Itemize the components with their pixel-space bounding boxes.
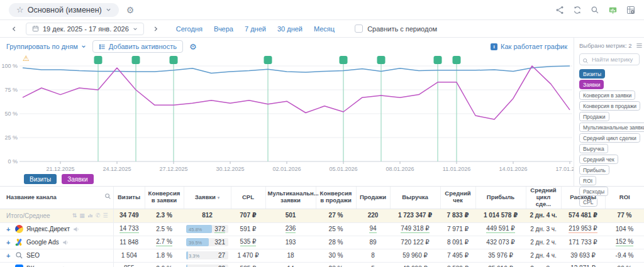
metric-chip[interactable]: Конверсия в заявки [579,90,635,100]
channels-table: Название каналаВизитыКонверсия в заявкиЗ… [0,186,644,267]
metric-chip[interactable]: Продажи [579,112,609,121]
column-header[interactable]: Продажи [356,187,390,209]
share-icon[interactable] [555,6,564,14]
metric-chip[interactable]: Выручка [579,144,608,153]
column-header[interactable]: Мультиканальн... заявки [265,187,316,209]
refresh-icon[interactable] [573,6,582,14]
total-value: 574 481 ₽ [569,212,597,219]
column-header[interactable]: CPL [231,187,265,209]
chart-bars-icon[interactable] [87,212,93,219]
group-by-dropdown[interactable]: Группировать по дням [6,43,86,50]
metrics-list-icon[interactable] [636,42,643,49]
cell-value[interactable]: 219 953 ₽ [569,225,597,233]
table-row: +Google Ads11 8482.7 %39.5%321535 ₽19328… [0,236,644,249]
report-settings-gear-icon[interactable]: ⚙ [126,6,135,14]
next-period-button[interactable] [150,25,161,33]
cell-value[interactable]: 12 871 ₽ [570,264,596,267]
add-activity-button[interactable]: Добавить активность [92,40,183,53]
cell-value[interactable]: 749 318 ₽ [401,225,429,233]
search-icon[interactable] [104,193,111,202]
metric-chip[interactable]: ROI [579,176,596,185]
compare-period-checkbox[interactable] [355,25,363,33]
x-axis-tick: 05.01.2026 [329,166,357,172]
cell-value: 432 073 ₽ [486,239,514,246]
column-header[interactable]: Средний чек [440,187,475,209]
range-today-link[interactable]: Сегодня [176,25,203,33]
chart-legend: ВизитыЗаявки [0,172,574,186]
group-by-label: Группировать по дням [6,43,78,50]
warning-icon[interactable]: ⚠ [23,54,30,63]
metric-chip-selected[interactable]: Визиты [579,69,605,79]
report-selector[interactable]: ☆ Основной (изменен) [9,3,119,17]
activity-marker[interactable] [453,56,461,64]
date-range-label: 19 дек. 2025 - 17 янв. 2026 [43,25,129,33]
expand-row-button[interactable]: + [6,239,12,246]
range-yesterday-link[interactable]: Вчера [214,25,233,33]
metric-chip[interactable]: Средний чек [579,155,618,164]
activity-marker[interactable] [132,56,140,64]
metric-chip[interactable]: Конверсия в продажи [579,101,640,111]
cell-value[interactable]: 152 % [616,238,633,246]
how-it-works-label: Как работает график [501,43,567,50]
metric-chip[interactable]: Мультиканальные заявки [579,123,644,132]
cell-value[interactable]: 2.7 % [156,238,172,246]
channel-name[interactable]: Яндекс.Директ [26,226,70,232]
channel-name[interactable]: Google Ads [26,239,59,246]
legend-button-vizity[interactable]: Визиты [24,174,57,184]
seo-icon [15,251,23,259]
how-it-works-link[interactable]: i Как работает график [491,43,567,50]
range-7days-link[interactable]: 7 дней [245,25,266,33]
column-header[interactable]: Прибыль [475,187,526,209]
favorite-star-icon[interactable]: ☆ [16,6,24,14]
cell-value[interactable]: 449 591 ₽ [486,225,514,233]
cell-value: 2.5 % [156,226,172,233]
column-header[interactable]: Заявки▾ [184,187,231,209]
column-header[interactable]: Визиты [113,187,145,209]
range-30days-link[interactable]: 30 дней [277,25,303,33]
search-icon[interactable] [591,6,599,14]
phone-icon[interactable]: ✆ [96,212,101,219]
report-chart-icon[interactable] [608,6,618,14]
sort-icon[interactable]: ⇅ [72,212,77,219]
cell-value: 2 дн. 3 ч. [530,226,557,233]
range-month-link[interactable]: Месяц [314,25,335,33]
cell-value[interactable]: 94 [369,225,376,233]
activity-marker[interactable] [340,56,348,64]
cell-value[interactable]: 855 [124,264,135,267]
grid-icon[interactable]: ▦ [79,212,85,219]
expand-row-button[interactable]: + [6,252,12,259]
chart-settings-gear-icon[interactable]: ⚙ [189,42,197,52]
activity-marker[interactable] [94,56,103,64]
column-header[interactable]: Средний цикл сде... [526,187,561,209]
date-range-picker[interactable]: 19 дек. 2025 - 17 янв. 2026 [26,23,144,35]
add-activity-label: Добавить активность [109,43,177,50]
metric-chip[interactable]: Прибыль [579,165,609,175]
cell-value[interactable]: 236 [286,225,296,233]
activity-marker[interactable] [170,56,178,64]
expand-row-button[interactable]: + [6,226,12,233]
menu-icon[interactable]: ☰ [103,212,108,219]
column-header[interactable]: Конверсия в продажи [316,187,356,209]
metric-chip[interactable]: Средний цикл сделки [579,133,640,143]
column-header[interactable]: Выручка [390,187,440,209]
legend-button-zayavki[interactable]: Заявки [62,174,93,184]
cell-value[interactable]: 535 ₽ [240,238,257,246]
chart-controls: Группировать по дням Добавить активность… [0,38,574,55]
cell-value: 8 [371,252,375,259]
column-header[interactable]: Конверсия в заявки [145,187,184,209]
y-axis-tick: 50 % [4,111,18,117]
cell-value: 8 091 ₽ [447,239,469,246]
column-header-channel[interactable]: Название канала [0,187,113,209]
activity-marker[interactable] [377,56,386,64]
prev-period-button[interactable] [9,25,19,33]
activity-marker[interactable] [434,56,442,64]
channel-name[interactable]: SEO [26,252,40,259]
analytics-dashboard: ☆ Основной (изменен) ⚙ [0,0,644,267]
activity-marker[interactable] [264,56,272,64]
cell-value[interactable]: 14 733 [119,225,139,233]
table-header-row: Название каналаВизитыКонверсия в заявкиЗ… [0,187,644,209]
metric-chip-selected[interactable]: Заявки [579,80,604,89]
export-icon[interactable] [626,6,635,14]
cell-value[interactable]: 372 [214,226,225,233]
cell-value: 104 % [616,226,633,233]
